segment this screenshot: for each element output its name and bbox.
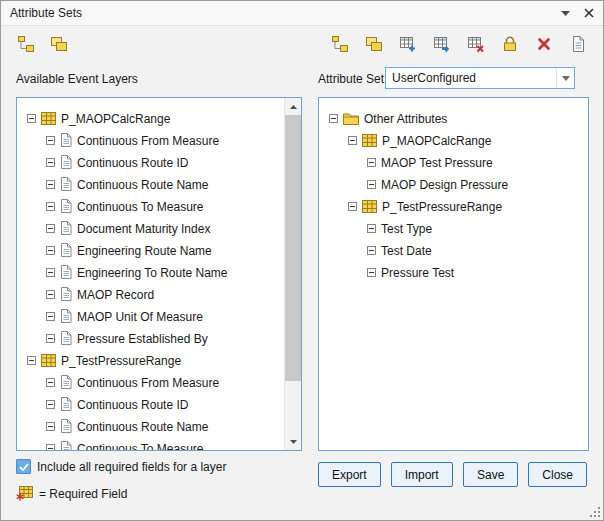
collapse-minus-icon[interactable] [367,158,376,167]
collapse-minus-icon[interactable] [27,114,36,123]
collapse-minus-icon[interactable] [367,224,376,233]
lock-icon[interactable] [500,34,520,54]
collapse-minus-icon[interactable] [46,202,55,211]
delete-x-icon[interactable] [534,34,554,54]
export-button[interactable]: Export [318,462,381,487]
field-icon [60,375,72,389]
layer-tree-item[interactable]: Continuous Route ID [17,393,284,415]
attribute-tree-item[interactable]: Test Type [319,217,588,239]
collapse-minus-icon[interactable] [46,400,55,409]
attribute-tree-item-label: P_TestPressureRange [382,199,502,214]
layer-tree-item[interactable]: MAOP Record [17,283,284,305]
attribute-tree-item[interactable]: Other Attributes [319,107,588,129]
document-icon[interactable] [568,34,588,54]
toolbar [16,32,588,56]
layer-tree-item-label: MAOP Record [77,287,154,302]
field-icon [60,265,72,279]
attribute-set-dropdown[interactable]: UserConfigured [385,67,575,89]
vertical-scrollbar[interactable] [284,98,301,450]
layers-icon[interactable] [49,34,69,54]
attribute-tree-item[interactable]: Test Date [319,239,588,261]
folder-icon [343,112,359,125]
attribute-tree-item-label: P_MAOPCalcRange [382,133,491,148]
available-layers-tree: P_MAOPCalcRangeContinuous From MeasureCo… [17,98,284,451]
collapse-minus-icon[interactable] [367,180,376,189]
attribute-sets-dialog: Attribute Sets Available Event Layers At… [0,0,604,521]
layer-tree-item[interactable]: Engineering To Route Name [17,261,284,283]
attribute-tree-item[interactable]: P_MAOPCalcRange [319,129,588,151]
collapse-minus-icon[interactable] [46,378,55,387]
layer-tree-item[interactable]: MAOP Unit Of Measure [17,305,284,327]
collapse-minus-icon[interactable] [367,268,376,277]
table-remove-icon[interactable] [466,34,486,54]
layer-tree-item-label: Engineering To Route Name [77,265,228,280]
layer-tree-item[interactable]: Document Maturity Index [17,217,284,239]
layer-tree-item[interactable]: Continuous Route Name [17,415,284,437]
attribute-set-tree: Other AttributesP_MAOPCalcRangeMAOP Test… [319,98,588,283]
collapse-minus-icon[interactable] [46,268,55,277]
layer-tree-item-label: Continuous To Measure [77,441,204,452]
layer-tree-item[interactable]: P_TestPressureRange [17,349,284,371]
layer-tree-item[interactable]: Continuous Route Name [17,173,284,195]
event-layer-icon [41,112,56,125]
scroll-up-button[interactable] [285,98,301,115]
collapse-minus-icon[interactable] [348,136,357,145]
import-button[interactable]: Import [391,462,453,487]
close-button[interactable]: Close [528,462,587,487]
collapse-minus-icon[interactable] [46,136,55,145]
window-menu-icon[interactable] [558,6,572,20]
collapse-minus-icon[interactable] [46,246,55,255]
chevron-down-icon[interactable] [556,68,574,88]
event-layer-icon [41,354,56,367]
attribute-tree-item-label: Other Attributes [364,111,447,126]
include-required-label: Include all required fields for a layer [37,460,226,474]
collapse-minus-icon[interactable] [46,158,55,167]
dialog-title: Attribute Sets [10,1,82,25]
layer-tree-item[interactable]: P_MAOPCalcRange [17,107,284,129]
available-layers-label: Available Event Layers [16,72,138,86]
layer-tree-item[interactable]: Pressure Established By [17,327,284,349]
field-icon [60,155,72,169]
table-export-icon[interactable] [432,34,452,54]
attribute-tree-item-label: Test Date [381,243,432,258]
collapse-minus-icon[interactable] [46,312,55,321]
collapse-minus-icon[interactable] [46,224,55,233]
collapse-minus-icon[interactable] [46,180,55,189]
collapse-minus-icon[interactable] [46,444,55,452]
collapse-minus-icon[interactable] [27,356,36,365]
add-branch-icon[interactable] [330,34,350,54]
scrollbar-thumb[interactable] [285,115,301,381]
collapse-minus-icon[interactable] [46,422,55,431]
include-required-checkbox[interactable] [16,459,31,474]
add-branch-icon[interactable] [16,34,36,54]
layer-tree-item[interactable]: Continuous From Measure [17,371,284,393]
layer-tree-item-label: Continuous Route Name [77,419,208,434]
available-layers-tree-panel: P_MAOPCalcRangeContinuous From MeasureCo… [16,97,302,451]
collapse-minus-icon[interactable] [46,290,55,299]
field-icon [60,243,72,257]
layer-tree-item-label: Continuous From Measure [77,375,219,390]
collapse-minus-icon[interactable] [367,246,376,255]
collapse-minus-icon[interactable] [329,114,338,123]
attribute-tree-item-label: MAOP Test Pressure [381,155,493,170]
field-icon [60,441,72,451]
layer-tree-item[interactable]: Continuous From Measure [17,129,284,151]
resize-grip-icon[interactable] [589,506,601,518]
collapse-minus-icon[interactable] [46,334,55,343]
close-icon[interactable] [582,6,596,20]
layer-tree-item-label: Continuous Route ID [77,155,188,170]
layer-tree-item[interactable]: Continuous To Measure [17,195,284,217]
attribute-set-tree-panel: Other AttributesP_MAOPCalcRangeMAOP Test… [318,97,589,451]
scroll-down-button[interactable] [285,433,301,450]
layers-icon[interactable] [364,34,384,54]
attribute-tree-item[interactable]: P_TestPressureRange [319,195,588,217]
attribute-tree-item[interactable]: MAOP Test Pressure [319,151,588,173]
attribute-tree-item[interactable]: Pressure Test [319,261,588,283]
collapse-minus-icon[interactable] [348,202,357,211]
layer-tree-item[interactable]: Engineering Route Name [17,239,284,261]
layer-tree-item[interactable]: Continuous Route ID [17,151,284,173]
save-button[interactable]: Save [463,462,518,487]
table-add-icon[interactable] [398,34,418,54]
layer-tree-item[interactable]: Continuous To Measure [17,437,284,451]
attribute-tree-item[interactable]: MAOP Design Pressure [319,173,588,195]
